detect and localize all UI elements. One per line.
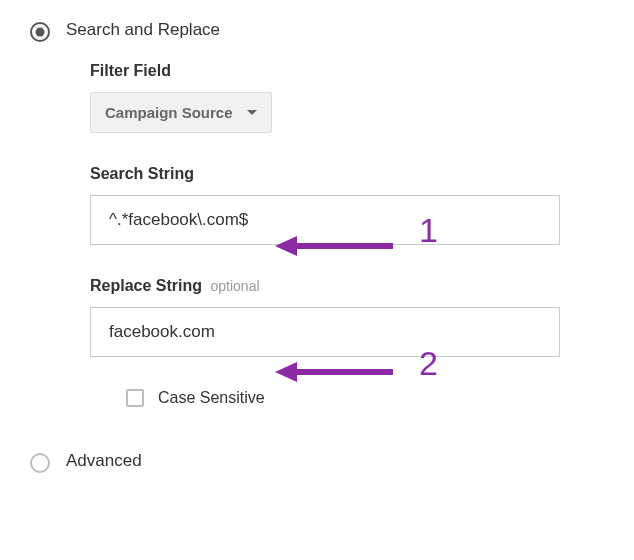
dropdown-value: Campaign Source [105,104,233,121]
field-group-search-string: Search String [90,165,614,245]
radio-label-advanced: Advanced [66,451,142,471]
label-replace-string: Replace String optional [90,277,614,295]
input-search-string[interactable] [90,195,560,245]
label-filter-field: Filter Field [90,62,614,80]
radio-unselected-icon [30,453,50,473]
label-search-string: Search String [90,165,614,183]
input-replace-string[interactable] [90,307,560,357]
radio-option-advanced[interactable]: Advanced [30,451,614,473]
dropdown-arrow-icon [247,110,257,115]
dropdown-filter-field[interactable]: Campaign Source [90,92,272,133]
radio-label-search-replace: Search and Replace [66,20,220,40]
radio-selected-icon [30,22,50,42]
label-optional: optional [210,278,259,294]
radio-option-search-replace[interactable]: Search and Replace [30,20,614,42]
checkbox-case-sensitive[interactable]: Case Sensitive [126,389,614,407]
field-group-filter-field: Filter Field Campaign Source [90,62,614,133]
field-group-replace-string: Replace String optional [90,277,614,357]
label-replace-string-text: Replace String [90,277,202,294]
checkbox-label: Case Sensitive [158,389,265,407]
checkbox-box-icon [126,389,144,407]
